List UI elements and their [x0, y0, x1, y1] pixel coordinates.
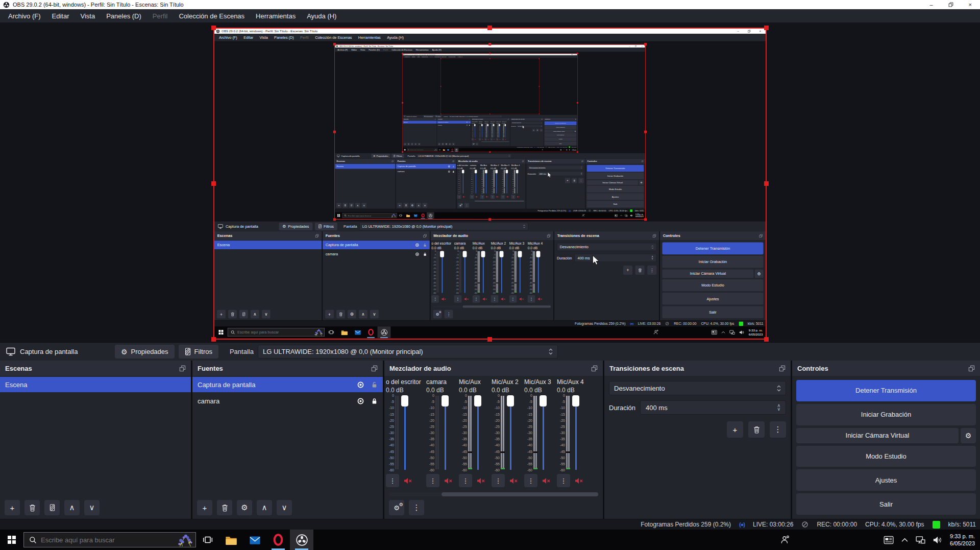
resize-handle[interactable]: [487, 26, 492, 30]
menu-item[interactable]: Archivo (F): [3, 10, 46, 22]
popout-icon[interactable]: [779, 365, 786, 372]
channel-menu-button[interactable]: ⋮: [557, 474, 570, 487]
volume-slider[interactable]: [570, 395, 581, 470]
taskbar-clock[interactable]: 9:33 p. m. 6/05/2023: [950, 533, 975, 547]
menu-item[interactable]: Editar: [46, 10, 75, 22]
file-explorer-icon[interactable]: [219, 530, 243, 550]
menu-item[interactable]: Ayuda (H): [301, 10, 342, 22]
unlock-icon[interactable]: [371, 381, 378, 388]
channel-menu-button[interactable]: ⋮: [426, 474, 439, 487]
channel-menu-button[interactable]: ⋮: [524, 474, 537, 487]
add-source-button[interactable]: +: [197, 500, 212, 515]
mute-icon[interactable]: [509, 477, 518, 485]
duration-label: Duración: [528, 173, 536, 175]
filters-button[interactable]: Filtros: [179, 345, 218, 358]
advanced-audio-button[interactable]: ⚙⚙: [389, 500, 404, 515]
volume-slider[interactable]: [505, 395, 516, 470]
mute-icon[interactable]: [542, 477, 551, 485]
properties-button[interactable]: ⚙ Propiedades: [115, 345, 175, 358]
mixer-scrollbar[interactable]: [389, 492, 598, 496]
preview-canvas[interactable]: OBS 29.0.2 (64-bit, windows) - Perfil: S…: [0, 22, 980, 342]
remove-transition-button[interactable]: [748, 421, 765, 438]
popout-icon[interactable]: [591, 365, 598, 372]
add-scene-button[interactable]: +: [5, 500, 20, 515]
channel-menu-button[interactable]: ⋮: [492, 474, 505, 487]
source-properties-button[interactable]: ⚙: [237, 500, 252, 515]
resize-handle[interactable]: [487, 337, 492, 342]
scene-row[interactable]: Escena: [0, 377, 191, 392]
mail-icon[interactable]: [243, 530, 266, 550]
minimize-button[interactable]: –: [929, 2, 933, 8]
menu-item[interactable]: Herramientas: [250, 10, 301, 22]
volume-slider[interactable]: [537, 395, 549, 470]
volume-slider[interactable]: [399, 395, 410, 470]
move-source-up-button[interactable]: ∧: [257, 500, 272, 515]
channel-name: Mic/Aux 2: [491, 164, 500, 167]
control-button[interactable]: Iniciar Grabación: [796, 404, 976, 425]
people-icon[interactable]: [773, 530, 797, 550]
resize-handle[interactable]: [764, 26, 769, 30]
volume-slider[interactable]: [439, 395, 451, 470]
menu-item[interactable]: Colección de Escenas: [173, 10, 250, 22]
obs-taskbar-icon[interactable]: [290, 530, 313, 550]
task-view-button[interactable]: [196, 530, 219, 550]
visibility-eye-icon[interactable]: [357, 381, 364, 389]
resize-handle[interactable]: [764, 337, 769, 342]
menu-item[interactable]: Perfil: [147, 10, 174, 22]
mixer-footer: ⚙⚙ ⋮: [457, 202, 526, 209]
visibility-eye-icon[interactable]: [357, 397, 364, 405]
lock-icon[interactable]: [371, 397, 378, 404]
virtual-camera-settings-gear-icon[interactable]: ⚙: [961, 428, 976, 443]
resize-handle[interactable]: [764, 181, 769, 186]
mute-icon[interactable]: [575, 477, 583, 485]
popout-icon[interactable]: [371, 365, 378, 372]
control-button[interactable]: Ajustes: [796, 469, 976, 491]
close-button[interactable]: ×: [969, 2, 972, 8]
advanced-audio-button: ⚙⚙: [458, 203, 462, 207]
capture-region[interactable]: OBS 29.0.2 (64-bit, windows) - Perfil: S…: [214, 29, 766, 339]
duration-input[interactable]: 400 ms ∧∨: [640, 400, 786, 415]
move-source-down-button[interactable]: ∨: [277, 500, 292, 515]
news-widgets-icon[interactable]: [884, 536, 894, 544]
transition-menu-button[interactable]: ⋮: [770, 421, 786, 438]
restore-button[interactable]: [948, 2, 953, 7]
menu-item[interactable]: Paneles (D): [101, 10, 147, 22]
taskbar-search[interactable]: [23, 532, 196, 547]
unlock-icon: [452, 165, 454, 168]
mute-icon[interactable]: [404, 477, 412, 485]
control-button[interactable]: Detener Transmisión: [796, 380, 976, 401]
spinner-arrows-icon[interactable]: ∧∨: [777, 404, 780, 411]
resize-handle[interactable]: [211, 337, 216, 342]
mixer-menu-button[interactable]: ⋮: [409, 500, 424, 515]
transition-select[interactable]: Desvanecimiento: [609, 381, 786, 395]
volume-icon[interactable]: [933, 536, 942, 544]
remove-scene-button[interactable]: [24, 500, 40, 515]
tray-chevron-up-icon[interactable]: [901, 538, 908, 542]
resize-handle[interactable]: [211, 181, 216, 186]
start-button[interactable]: [0, 530, 23, 550]
control-button[interactable]: Iniciar Cámara Virtual: [796, 428, 959, 443]
remove-source-button[interactable]: [217, 500, 232, 515]
menu-item[interactable]: Vista: [75, 10, 101, 22]
mute-icon[interactable]: [477, 477, 485, 485]
add-transition-button[interactable]: +: [727, 421, 743, 438]
channel-menu-button[interactable]: ⋮: [386, 474, 399, 487]
channel-menu-button[interactable]: ⋮: [459, 474, 472, 487]
volume-slider[interactable]: [472, 395, 483, 470]
source-row[interactable]: Captura de pantalla: [192, 377, 383, 392]
popout-icon[interactable]: [179, 365, 186, 372]
move-scene-down-button[interactable]: ∨: [84, 500, 100, 515]
mute-icon[interactable]: [444, 477, 453, 485]
opera-icon[interactable]: [266, 530, 290, 550]
control-button[interactable]: Modo Estudio: [796, 446, 976, 467]
resize-handle[interactable]: [211, 26, 216, 30]
popout-icon[interactable]: [968, 365, 975, 372]
source-row[interactable]: camara: [192, 393, 383, 409]
display-select[interactable]: LG ULTRAWIDE: 1920x1080 @ 0,0 (Monitor p…: [258, 345, 558, 358]
control-button[interactable]: Salir: [796, 493, 976, 515]
scene-filters-button[interactable]: [44, 500, 60, 515]
bitrate-status: kb/s: 5011: [748, 322, 764, 326]
move-scene-up-button[interactable]: ∧: [64, 500, 80, 515]
search-input[interactable]: [41, 536, 171, 544]
network-icon[interactable]: [916, 536, 925, 544]
